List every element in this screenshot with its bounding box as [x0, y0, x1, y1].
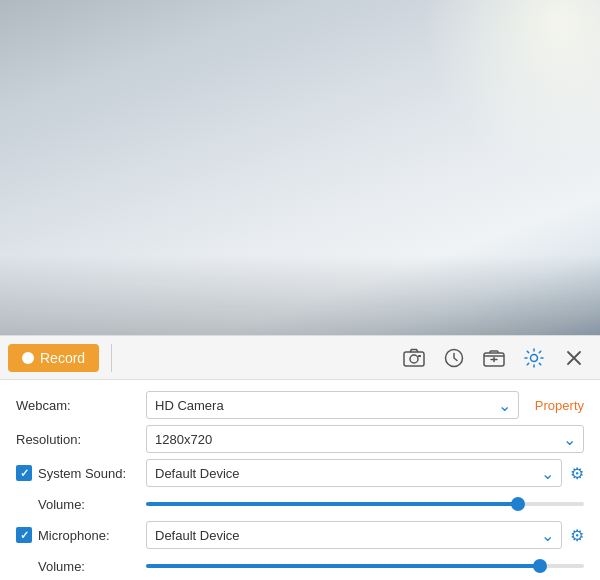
toolbar-icons — [396, 340, 592, 376]
mic-volume-fill — [146, 564, 540, 568]
system-volume-fill — [146, 502, 518, 506]
webcam-dropdown[interactable]: HD Camera Default Camera Virtual Camera — [146, 391, 519, 419]
microphone-dropdown[interactable]: Default Device Built-in Microphone Heads… — [146, 521, 562, 549]
folder-button[interactable] — [476, 340, 512, 376]
resolution-dropdown[interactable]: 1280x720 1920x1080 640x480 320x240 — [146, 425, 584, 453]
mic-volume-row: Volume: — [16, 554, 584, 578]
settings-button[interactable] — [516, 340, 552, 376]
svg-point-5 — [531, 354, 538, 361]
settings-panel: Webcam: HD Camera Default Camera Virtual… — [0, 380, 600, 580]
mic-volume-slider-wrap — [146, 564, 584, 568]
system-volume-label: Volume: — [16, 497, 146, 512]
system-volume-slider-wrap — [146, 502, 584, 506]
system-sound-dropdown[interactable]: Default Device Speakers Headphones — [146, 459, 562, 487]
system-volume-thumb[interactable] — [511, 497, 525, 511]
microphone-control: Default Device Built-in Microphone Heads… — [146, 521, 584, 549]
webcam-row: Webcam: HD Camera Default Camera Virtual… — [16, 390, 584, 420]
resolution-row: Resolution: 1280x720 1920x1080 640x480 3… — [16, 424, 584, 454]
record-label: Record — [40, 350, 85, 366]
system-volume-track[interactable] — [146, 502, 584, 506]
resolution-label: Resolution: — [16, 432, 146, 447]
folder-icon — [483, 348, 505, 368]
clock-icon — [444, 348, 464, 368]
property-link[interactable]: Property — [535, 398, 584, 413]
webcam-control: HD Camera Default Camera Virtual Camera … — [146, 391, 584, 419]
timer-button[interactable] — [436, 340, 472, 376]
gear-icon — [523, 347, 545, 369]
close-icon — [564, 348, 584, 368]
system-sound-row: System Sound: Default Device Speakers He… — [16, 458, 584, 488]
microphone-checkbox[interactable] — [16, 527, 32, 543]
system-sound-checkbox[interactable] — [16, 465, 32, 481]
close-button[interactable] — [556, 340, 592, 376]
record-button[interactable]: Record — [8, 344, 99, 372]
microphone-label: Microphone: — [16, 527, 146, 543]
microphone-gear-icon[interactable]: ⚙ — [570, 526, 584, 545]
blinds-overlay — [0, 0, 330, 335]
mic-volume-label: Volume: — [16, 559, 146, 574]
screenshot-button[interactable] — [396, 340, 432, 376]
system-sound-control: Default Device Speakers Headphones ⌄ ⚙ — [146, 459, 584, 487]
svg-point-1 — [410, 355, 418, 363]
record-indicator — [22, 352, 34, 364]
svg-rect-0 — [404, 352, 424, 366]
mic-volume-track[interactable] — [146, 564, 584, 568]
resolution-dropdown-wrapper: 1280x720 1920x1080 640x480 320x240 ⌄ — [146, 425, 584, 453]
mic-volume-thumb[interactable] — [533, 559, 547, 573]
camera-preview — [0, 0, 600, 335]
toolbar-divider — [111, 344, 112, 372]
webcam-dropdown-wrapper: HD Camera Default Camera Virtual Camera … — [146, 391, 519, 419]
microphone-dropdown-wrapper: Default Device Built-in Microphone Heads… — [146, 521, 562, 549]
system-sound-dropdown-wrapper: Default Device Speakers Headphones ⌄ — [146, 459, 562, 487]
webcam-label: Webcam: — [16, 398, 146, 413]
resolution-control: 1280x720 1920x1080 640x480 320x240 ⌄ — [146, 425, 584, 453]
microphone-row: Microphone: Default Device Built-in Micr… — [16, 520, 584, 550]
preview-bright — [400, 0, 600, 200]
system-sound-label: System Sound: — [16, 465, 146, 481]
toolbar: Record — [0, 335, 600, 380]
system-volume-row: Volume: — [16, 492, 584, 516]
svg-rect-2 — [418, 355, 421, 357]
system-sound-gear-icon[interactable]: ⚙ — [570, 464, 584, 483]
camera-icon — [403, 348, 425, 368]
